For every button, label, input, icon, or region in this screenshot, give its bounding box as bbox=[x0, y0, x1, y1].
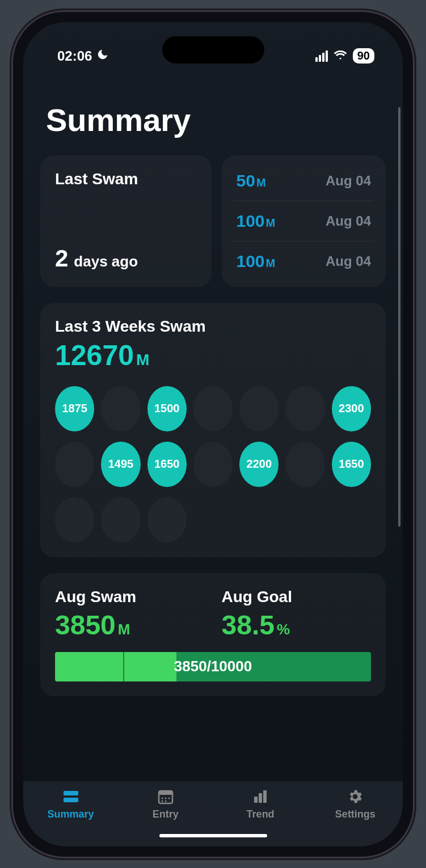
week-day-dot[interactable]: 1650 bbox=[332, 442, 371, 487]
week-day-dot[interactable]: 1495 bbox=[101, 442, 140, 487]
recent-row[interactable]: 50MAug 04 bbox=[233, 161, 375, 201]
weeks-card[interactable]: Last 3 Weeks Swam 12670 M 18751500230014… bbox=[40, 303, 386, 557]
month-goal-value: 38.5 bbox=[222, 609, 275, 641]
week-day-dot[interactable] bbox=[55, 442, 94, 487]
status-time: 02:06 bbox=[57, 48, 92, 64]
signal-icon bbox=[315, 50, 328, 62]
weeks-total: 12670 bbox=[55, 339, 134, 372]
svg-rect-11 bbox=[263, 790, 267, 803]
svg-point-6 bbox=[168, 797, 170, 799]
svg-point-5 bbox=[165, 797, 166, 799]
week-day-dot[interactable] bbox=[239, 386, 279, 431]
svg-point-7 bbox=[161, 800, 163, 802]
last-swam-count: 2 bbox=[55, 245, 68, 272]
page-title: Summary bbox=[40, 101, 386, 138]
week-day-dot[interactable] bbox=[101, 497, 140, 543]
week-day-dot[interactable] bbox=[55, 497, 94, 543]
week-day-dot[interactable] bbox=[193, 497, 233, 543]
week-day-dot[interactable] bbox=[239, 497, 279, 543]
bars-icon bbox=[252, 788, 269, 805]
tab-label: Summary bbox=[48, 808, 94, 820]
month-swam-label: Aug Swam bbox=[55, 588, 205, 606]
svg-point-8 bbox=[165, 800, 166, 802]
recent-swims-card[interactable]: 50MAug 04100MAug 04100MAug 04 bbox=[222, 155, 386, 287]
phone-frame: 02:06 90 Summary Last Swam bbox=[13, 12, 413, 857]
month-card[interactable]: Aug Swam 3850 M Aug Goal 38.5 % bbox=[40, 573, 386, 696]
screen: 02:06 90 Summary Last Swam bbox=[23, 22, 403, 846]
svg-rect-10 bbox=[259, 793, 262, 803]
tab-entry[interactable]: Entry bbox=[118, 788, 213, 820]
weeks-unit: M bbox=[136, 351, 149, 369]
recent-distance: 100M bbox=[237, 252, 276, 271]
svg-rect-0 bbox=[64, 791, 78, 795]
recent-row[interactable]: 100MAug 04 bbox=[233, 242, 375, 281]
tab-label: Settings bbox=[335, 808, 376, 820]
month-goal-unit: % bbox=[277, 621, 290, 638]
week-day-dot[interactable] bbox=[332, 497, 371, 543]
week-day-dot[interactable]: 1650 bbox=[147, 442, 187, 487]
battery-indicator: 90 bbox=[353, 48, 374, 63]
tab-label: Entry bbox=[153, 808, 179, 820]
progress-fill bbox=[55, 652, 176, 681]
week-day-dot[interactable]: 2200 bbox=[239, 442, 279, 487]
summary-icon bbox=[62, 788, 79, 805]
calendar-icon bbox=[157, 788, 174, 805]
svg-rect-9 bbox=[254, 797, 258, 803]
recent-date: Aug 04 bbox=[326, 213, 371, 229]
progress-label: 3850/10000 bbox=[174, 658, 252, 675]
progress-bar: 3850/10000 bbox=[55, 652, 371, 681]
last-swam-card[interactable]: Last Swam 2 days ago bbox=[40, 155, 212, 287]
week-day-dot[interactable] bbox=[147, 497, 187, 543]
svg-rect-3 bbox=[159, 791, 172, 795]
month-swam-unit: M bbox=[118, 621, 130, 638]
svg-rect-1 bbox=[64, 798, 78, 802]
tab-summary[interactable]: Summary bbox=[23, 788, 118, 820]
week-day-dot[interactable] bbox=[285, 497, 324, 543]
week-day-dot[interactable] bbox=[101, 386, 140, 431]
tab-label: Trend bbox=[247, 808, 275, 820]
gear-icon bbox=[347, 788, 364, 805]
week-day-dot[interactable]: 1500 bbox=[147, 386, 187, 431]
home-indicator[interactable] bbox=[159, 834, 267, 837]
week-day-dot[interactable] bbox=[193, 386, 233, 431]
month-swam-value: 3850 bbox=[55, 609, 116, 641]
recent-row[interactable]: 100MAug 04 bbox=[233, 201, 375, 242]
wifi-icon bbox=[334, 48, 347, 64]
week-day-dot[interactable]: 2300 bbox=[332, 386, 371, 431]
svg-point-4 bbox=[161, 797, 163, 799]
weeks-dots-grid: 1875150023001495165022001650 bbox=[55, 386, 371, 543]
last-swam-unit: days ago bbox=[74, 253, 138, 270]
progress-tick bbox=[123, 652, 124, 681]
month-goal-label: Aug Goal bbox=[222, 588, 372, 606]
week-day-dot[interactable] bbox=[285, 442, 324, 487]
content: Summary Last Swam 2 days ago 50MAug 0410… bbox=[23, 73, 403, 781]
week-day-dot[interactable]: 1875 bbox=[55, 386, 94, 431]
battery-level: 90 bbox=[357, 49, 370, 62]
recent-date: Aug 04 bbox=[326, 253, 371, 269]
tab-trend[interactable]: Trend bbox=[213, 788, 308, 820]
week-day-dot[interactable] bbox=[285, 386, 324, 431]
week-day-dot[interactable] bbox=[193, 442, 233, 487]
recent-distance: 50M bbox=[237, 171, 266, 190]
moon-icon bbox=[96, 48, 109, 64]
weeks-label: Last 3 Weeks Swam bbox=[55, 317, 371, 336]
recent-date: Aug 04 bbox=[326, 173, 371, 189]
last-swam-label: Last Swam bbox=[55, 170, 197, 188]
recent-distance: 100M bbox=[237, 211, 276, 231]
tab-settings[interactable]: Settings bbox=[308, 788, 403, 820]
notch bbox=[162, 36, 264, 63]
